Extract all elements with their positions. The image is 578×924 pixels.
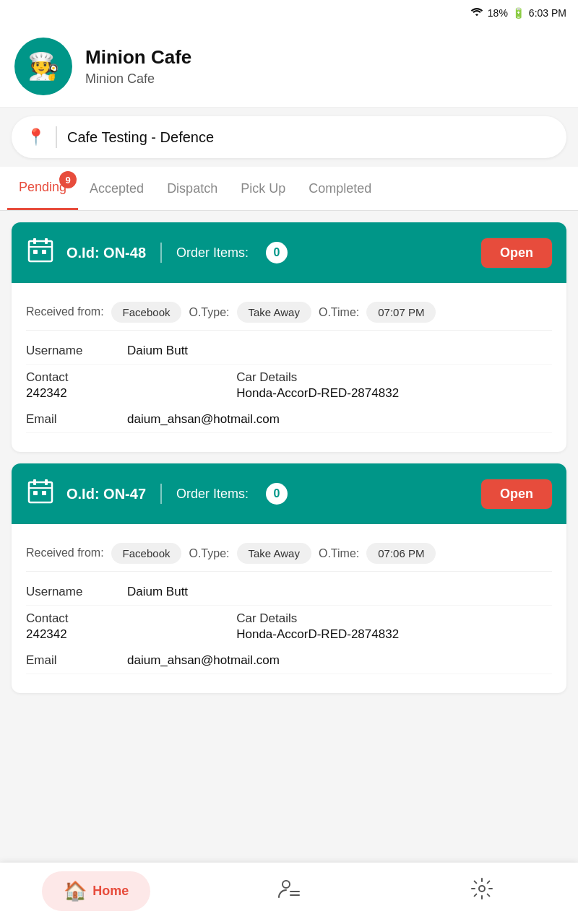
time-display: 6:03 PM (529, 7, 566, 19)
otype-label-2: O.Type: (189, 547, 229, 560)
contact-key-2: Contact (26, 611, 236, 626)
nav-home[interactable]: 🏠 Home (38, 871, 154, 911)
users-icon (277, 877, 301, 905)
email-val-1: daium_ahsan@hotmail.com (127, 412, 280, 427)
avatar: 🧑‍🍳 (14, 38, 72, 95)
order-items-label-2: Order Items: (176, 487, 249, 502)
status-bar: 18% 🔋 6:03 PM (0, 0, 578, 26)
avatar-emoji: 🧑‍🍳 (27, 51, 60, 82)
battery-icon: 🔋 (512, 7, 525, 19)
email-val-2: daium_ahsan@hotmail.com (127, 653, 280, 668)
order-card-1-header: O.Id: ON-48 Order Items: 0 Open (12, 222, 566, 283)
contact-key-1: Contact (26, 370, 236, 385)
svg-rect-4 (33, 250, 38, 254)
order-tabs: Pending 9 Accepted Dispatch Pick Up Comp… (0, 167, 578, 211)
received-row-1: Received from: Facebook O.Type: Take Awa… (26, 295, 552, 331)
svg-rect-5 (42, 250, 46, 254)
order-icon-2 (26, 476, 55, 511)
home-label: Home (92, 884, 129, 899)
contact-car-row-2: Contact 242342 Car Details Honda-AccorD-… (26, 606, 552, 648)
pending-badge: 9 (59, 171, 77, 188)
app-name: Minion Cafe (85, 46, 191, 69)
email-row-2: Email daium_ahsan@hotmail.com (26, 648, 552, 674)
tab-dispatch[interactable]: Dispatch (155, 168, 229, 209)
username-row-1: Username Daium Butt (26, 338, 552, 365)
received-row-2: Received from: Facebook O.Type: Take Awa… (26, 536, 552, 572)
username-val-1: Daium Butt (127, 344, 188, 358)
location-bar[interactable]: 📍 Cafe Testing - Defence (12, 116, 566, 158)
wifi-icon (470, 7, 483, 19)
battery-percentage: 18% (488, 7, 508, 19)
otype-value-2: Take Away (237, 543, 311, 564)
location-icon: 📍 (26, 128, 46, 147)
order-id-2: O.Id: ON-47 (66, 486, 146, 502)
tab-completed[interactable]: Completed (297, 168, 383, 209)
car-val-1: Honda-AccorD-RED-2874832 (236, 386, 552, 401)
home-icon: 🏠 (64, 880, 87, 902)
car-key-1: Car Details (236, 370, 552, 385)
orders-list: O.Id: ON-48 Order Items: 0 Open Received… (0, 211, 578, 765)
otime-label-2: O.Time: (319, 547, 359, 560)
open-button-2[interactable]: Open (481, 479, 552, 509)
email-key-2: Email (26, 653, 127, 668)
app-header: 🧑‍🍳 Minion Cafe Minion Cafe (0, 26, 578, 108)
order-header-divider-2 (160, 484, 162, 504)
svg-point-15 (479, 886, 485, 892)
car-val-2: Honda-AccorD-RED-2874832 (236, 627, 552, 642)
received-source-1: Facebook (111, 302, 182, 323)
gear-icon (470, 877, 493, 905)
received-label-1: Received from: (26, 305, 104, 320)
otype-label-1: O.Type: (189, 306, 229, 319)
username-key-1: Username (26, 344, 127, 358)
svg-rect-11 (42, 491, 46, 495)
otime-label-1: O.Time: (319, 306, 359, 319)
bottom-nav: 🏠 Home (0, 863, 578, 924)
svg-rect-6 (29, 482, 52, 502)
tab-accepted[interactable]: Accepted (78, 168, 155, 209)
order-card-2: O.Id: ON-47 Order Items: 0 Open Received… (12, 463, 566, 693)
otime-value-1: 07:07 PM (366, 302, 436, 323)
received-label-2: Received from: (26, 546, 104, 561)
svg-rect-2 (45, 238, 48, 244)
nav-settings[interactable] (424, 877, 540, 905)
order-card-2-header: O.Id: ON-47 Order Items: 0 Open (12, 463, 566, 524)
tab-pickup[interactable]: Pick Up (229, 168, 297, 209)
email-row-1: Email daium_ahsan@hotmail.com (26, 406, 552, 433)
otime-value-2: 07:06 PM (366, 543, 436, 564)
order-items-count-2: 0 (266, 483, 288, 505)
svg-rect-10 (33, 491, 38, 495)
username-val-2: Daium Butt (127, 585, 188, 599)
svg-rect-0 (29, 241, 52, 261)
otype-value-1: Take Away (237, 302, 311, 323)
received-source-2: Facebook (111, 543, 182, 564)
order-items-count-1: 0 (266, 242, 288, 263)
details-section-2: Username Daium Butt Contact 242342 Car D… (26, 572, 552, 681)
details-section-1: Username Daium Butt Contact 242342 Car D… (26, 331, 552, 440)
email-key-1: Email (26, 412, 127, 427)
order-header-divider-1 (160, 243, 162, 263)
tab-pending[interactable]: Pending 9 (7, 167, 78, 210)
username-row-2: Username Daium Butt (26, 579, 552, 606)
svg-rect-8 (45, 479, 48, 485)
order-card-1: O.Id: ON-48 Order Items: 0 Open Received… (12, 222, 566, 452)
contact-val-1: 242342 (26, 386, 236, 401)
svg-rect-1 (33, 238, 36, 244)
car-key-2: Car Details (236, 611, 552, 626)
username-key-2: Username (26, 585, 127, 599)
svg-rect-7 (33, 479, 36, 485)
order-id-1: O.Id: ON-48 (66, 245, 146, 261)
location-divider (56, 126, 57, 148)
order-items-label-1: Order Items: (176, 245, 249, 261)
order-icon-1 (26, 235, 55, 270)
contact-val-2: 242342 (26, 627, 236, 642)
svg-point-12 (282, 881, 290, 888)
open-button-1[interactable]: Open (481, 238, 552, 268)
order-card-1-body: Received from: Facebook O.Type: Take Awa… (12, 283, 566, 452)
app-subtitle: Minion Cafe (85, 71, 191, 87)
order-card-2-body: Received from: Facebook O.Type: Take Awa… (12, 524, 566, 693)
location-text: Cafe Testing - Defence (67, 129, 214, 146)
contact-car-row-1: Contact 242342 Car Details Honda-AccorD-… (26, 365, 552, 406)
nav-users[interactable] (231, 877, 347, 905)
